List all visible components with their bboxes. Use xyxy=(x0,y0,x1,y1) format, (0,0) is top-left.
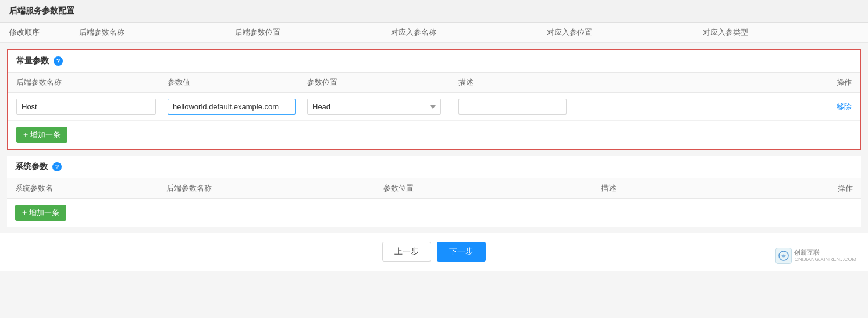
col-header-backend-name: 后端参数名称 xyxy=(79,27,235,38)
sys-col-header-pos: 参数位置 xyxy=(383,183,600,194)
sys-col-header-action: 操作 xyxy=(818,183,853,194)
constant-params-row: Head Query Body Path 移除 xyxy=(8,93,860,121)
const-col-header-action: 操作 xyxy=(817,77,852,88)
system-params-title: 系统参数 xyxy=(15,162,48,172)
section-title: 后端服务参数配置 xyxy=(0,0,868,23)
const-pos-cell: Head Query Body Path xyxy=(307,99,458,115)
footer-buttons: 上一步 下一步 xyxy=(382,242,486,262)
col-header-input-pos: 对应入参位置 xyxy=(547,27,703,38)
next-button[interactable]: 下一步 xyxy=(437,242,486,262)
const-value-cell xyxy=(168,99,307,115)
brand-svg-icon xyxy=(778,251,789,261)
page-title: 后端服务参数配置 xyxy=(9,6,74,15)
system-add-icon: + xyxy=(22,208,27,217)
add-icon: + xyxy=(23,130,28,140)
brand-text: 创新互联 CNIJIANG.XINRENJ.COM xyxy=(794,248,856,263)
brand-sub: CNIJIANG.XINRENJ.COM xyxy=(794,256,856,263)
constant-params-help-icon[interactable]: ? xyxy=(54,56,63,66)
col-header-modify-order: 修改顺序 xyxy=(9,27,79,38)
col-header-input-name: 对应入参名称 xyxy=(391,27,547,38)
page-wrapper: 后端服务参数配置 修改顺序 后端参数名称 后端参数位置 对应入参名称 对应入参位… xyxy=(0,0,868,318)
const-name-cell xyxy=(16,99,168,115)
const-name-input[interactable] xyxy=(16,99,156,115)
col-header-backend-pos: 后端参数位置 xyxy=(235,27,391,38)
brand-icon xyxy=(775,248,792,264)
constant-add-label: 增加一条 xyxy=(30,130,61,140)
const-col-header-value: 参数值 xyxy=(168,77,307,88)
sys-col-header-name: 系统参数名 xyxy=(15,183,166,194)
col-header-input-type: 对应入参类型 xyxy=(703,27,859,38)
const-action-cell: 移除 xyxy=(817,102,852,112)
sys-col-header-desc: 描述 xyxy=(601,183,818,194)
const-value-input[interactable] xyxy=(168,99,296,115)
footer-section: 上一步 下一步 创新互联 CNIJIANG.XINRENJ.COM xyxy=(0,233,868,271)
system-params-header: 系统参数 ? xyxy=(7,156,861,178)
constant-add-button[interactable]: + 增加一条 xyxy=(16,127,67,143)
constant-params-header: 常量参数 ? xyxy=(8,50,860,73)
remove-row-button[interactable]: 移除 xyxy=(837,102,852,111)
prev-button[interactable]: 上一步 xyxy=(382,242,431,262)
system-add-label: 增加一条 xyxy=(29,208,59,218)
const-col-header-pos: 参数位置 xyxy=(307,77,458,88)
backend-config-section: 后端服务参数配置 修改顺序 后端参数名称 后端参数位置 对应入参名称 对应入参位… xyxy=(0,0,868,43)
const-desc-input[interactable] xyxy=(458,99,567,115)
sys-col-header-backend-name: 后端参数名称 xyxy=(166,183,383,194)
const-desc-cell xyxy=(458,99,817,115)
constant-params-title: 常量参数 xyxy=(16,56,49,66)
const-col-header-name: 后端参数名称 xyxy=(16,77,168,88)
system-params-help-icon[interactable]: ? xyxy=(52,162,62,171)
constant-col-headers: 后端参数名称 参数值 参数位置 描述 操作 xyxy=(8,73,860,93)
brand-name: 创新互联 xyxy=(794,248,856,256)
const-position-select[interactable]: Head Query Body Path xyxy=(307,99,441,115)
brand-logo: 创新互联 CNIJIANG.XINRENJ.COM xyxy=(775,248,856,264)
const-col-header-desc: 描述 xyxy=(458,77,817,88)
constant-params-section: 常量参数 ? 后端参数名称 参数值 参数位置 描述 操作 Head Query … xyxy=(7,49,861,150)
system-col-headers: 系统参数名 后端参数名称 参数位置 描述 操作 xyxy=(7,178,861,199)
column-headers: 修改顺序 后端参数名称 后端参数位置 对应入参名称 对应入参位置 对应入参类型 xyxy=(0,23,868,43)
system-add-button[interactable]: + 增加一条 xyxy=(15,205,66,221)
system-params-section: 系统参数 ? 系统参数名 后端参数名称 参数位置 描述 操作 + 增加一条 xyxy=(7,156,861,227)
